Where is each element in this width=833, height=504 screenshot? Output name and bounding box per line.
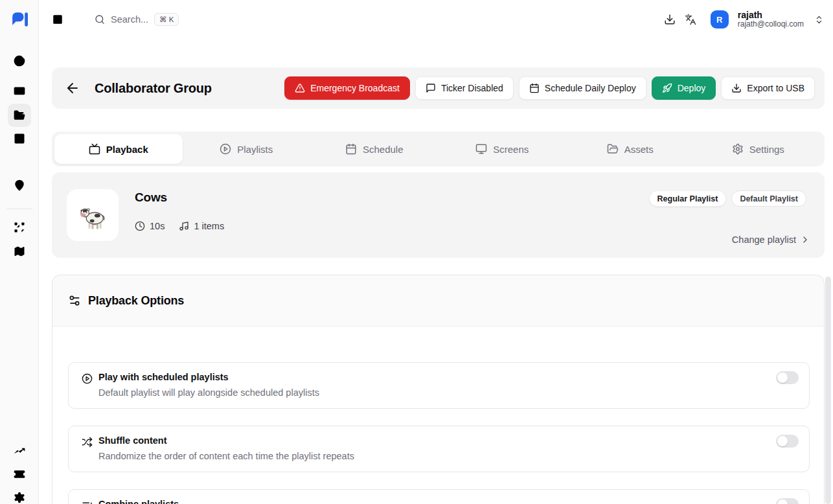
button-label: Emergency Broadcast: [310, 83, 400, 93]
section-title: Playback Options: [88, 294, 184, 308]
schedule-daily-deploy-button[interactable]: Schedule Daily Deploy: [519, 76, 646, 100]
app-logo-icon[interactable]: [11, 11, 28, 28]
calendar-icon: [529, 83, 540, 93]
export-to-usb-button[interactable]: Export to USB: [721, 76, 815, 100]
circle-play-icon: [82, 373, 93, 384]
playlist-thumbnail[interactable]: [67, 189, 119, 241]
toggle-combine-playlists[interactable]: [776, 498, 799, 504]
sidebar-toggle-icon[interactable]: [52, 14, 63, 25]
back-arrow-icon[interactable]: [65, 80, 80, 96]
chevron-right-icon: [800, 235, 810, 245]
toggle-shuffle-content[interactable]: [776, 435, 799, 448]
licenses-ticket-icon[interactable]: [13, 468, 26, 481]
search-shortcut-badge: ⌘ K: [154, 13, 179, 26]
analytics-trending-up-icon[interactable]: [13, 444, 26, 457]
tab-bar: Playback Playlists Schedule Screens Asse…: [52, 132, 825, 166]
triangle-alert-icon: [295, 83, 305, 93]
screens-monitor-icon[interactable]: [13, 86, 26, 98]
folder-open-icon: [13, 109, 26, 122]
button-label: Ticker Disabled: [441, 83, 503, 93]
search-input[interactable]: Search... ⌘ K: [95, 10, 179, 29]
search-icon: [95, 14, 105, 25]
folder-open-icon: [607, 143, 619, 155]
language-icon[interactable]: [685, 14, 696, 25]
message-square-icon: [426, 83, 436, 93]
sidebar: [0, 0, 39, 504]
tab-label: Playback: [106, 144, 148, 155]
calendar-icon: [345, 143, 357, 155]
dashboard-gauge-icon[interactable]: [13, 54, 26, 67]
clock-icon: [135, 221, 145, 231]
option-title: Combine playlists: [98, 499, 179, 504]
badge-regular-playlist: Regular Playlist: [649, 190, 727, 207]
page-title: Collaborator Group: [95, 81, 212, 96]
header-actions: Emergency Broadcast Ticker Disabled Sche…: [284, 76, 815, 100]
playlist-badges: Regular Playlist Default Playlist: [649, 190, 806, 207]
deploy-button[interactable]: Deploy: [652, 76, 716, 100]
page-header: Collaborator Group Emergency Broadcast T…: [52, 67, 825, 109]
badge-default-playlist: Default Playlist: [731, 190, 806, 207]
page-scrollbar[interactable]: [825, 277, 831, 504]
top-bar: Search... ⌘ K R rajath rajath@colloqi.co…: [39, 0, 833, 39]
toggle-play-with-scheduled[interactable]: [776, 371, 799, 384]
tab-settings[interactable]: Settings: [694, 134, 823, 164]
chevrons-up-down-icon[interactable]: [814, 15, 824, 25]
playback-options-header: Playback Options: [52, 275, 824, 326]
rocket-icon: [662, 83, 672, 93]
option-title: Shuffle content: [98, 435, 167, 446]
search-placeholder: Search...: [111, 14, 148, 25]
option-play-with-scheduled: Play with scheduled playlists Default pl…: [68, 362, 810, 409]
option-combine-playlists: Combine playlists: [68, 489, 810, 504]
option-shuffle-content: Shuffle content Randomize the order of c…: [68, 426, 810, 472]
tab-schedule[interactable]: Schedule: [310, 134, 439, 164]
playlist-item-count: 1 items: [179, 221, 224, 231]
settings-gear-icon[interactable]: [13, 491, 26, 504]
option-description: Randomize the order of content each time…: [98, 451, 354, 461]
emergency-broadcast-button[interactable]: Emergency Broadcast: [284, 76, 410, 100]
tab-playback[interactable]: Playback: [54, 134, 183, 164]
avatar[interactable]: R: [711, 10, 729, 29]
list-end-icon: [82, 500, 93, 504]
download-icon: [731, 83, 742, 93]
sidebar-item-groups[interactable]: [8, 104, 31, 127]
gear-icon: [732, 143, 744, 155]
playback-options-card: Playback Options Play with scheduled pla…: [52, 275, 825, 504]
tv-icon: [89, 143, 100, 155]
button-label: Schedule Daily Deploy: [545, 83, 636, 93]
change-playlist-link[interactable]: Change playlist: [732, 235, 810, 245]
sliders-icon: [68, 294, 81, 307]
tab-label: Schedule: [363, 144, 404, 155]
music-note-icon: [179, 221, 189, 231]
tab-label: Playlists: [237, 144, 273, 155]
playlist-duration: 10s: [135, 221, 165, 231]
tab-assets[interactable]: Assets: [566, 134, 694, 164]
tab-label: Screens: [493, 144, 529, 155]
option-description: Default playlist will play alongside sch…: [98, 387, 319, 398]
circle-play-icon: [220, 143, 231, 155]
locations-map-pin-icon[interactable]: [13, 179, 26, 192]
cow-image: [76, 198, 109, 232]
tab-playlists[interactable]: Playlists: [183, 134, 311, 164]
ticker-disabled-button[interactable]: Ticker Disabled: [415, 76, 514, 100]
option-title: Play with scheduled playlists: [98, 372, 229, 382]
user-name: rajath: [738, 10, 804, 20]
tab-label: Settings: [749, 144, 784, 155]
tab-screens[interactable]: Screens: [439, 134, 567, 164]
app-window: Search... ⌘ K R rajath rajath@colloqi.co…: [0, 0, 833, 504]
playlist-title: Cows: [135, 190, 167, 205]
user-email: rajath@colloqi.com: [738, 20, 804, 29]
monitor-icon: [475, 143, 487, 155]
button-label: Export to USB: [747, 83, 804, 93]
media-image-icon[interactable]: [13, 132, 26, 145]
download-icon[interactable]: [664, 14, 676, 25]
user-info[interactable]: rajath rajath@colloqi.com: [738, 10, 804, 29]
qr-code-icon[interactable]: [13, 221, 26, 234]
shuffle-icon: [82, 437, 93, 448]
tab-label: Assets: [624, 144, 654, 155]
sidebar-divider: [6, 209, 32, 209]
maps-icon[interactable]: [13, 245, 26, 258]
playlist-meta: 10s 1 items: [135, 221, 224, 231]
button-label: Deploy: [678, 83, 706, 93]
default-playlist-card: Cows 10s 1 items Regular Playlist Defaul…: [52, 172, 825, 258]
playlists-menu-icon[interactable]: [13, 155, 26, 168]
